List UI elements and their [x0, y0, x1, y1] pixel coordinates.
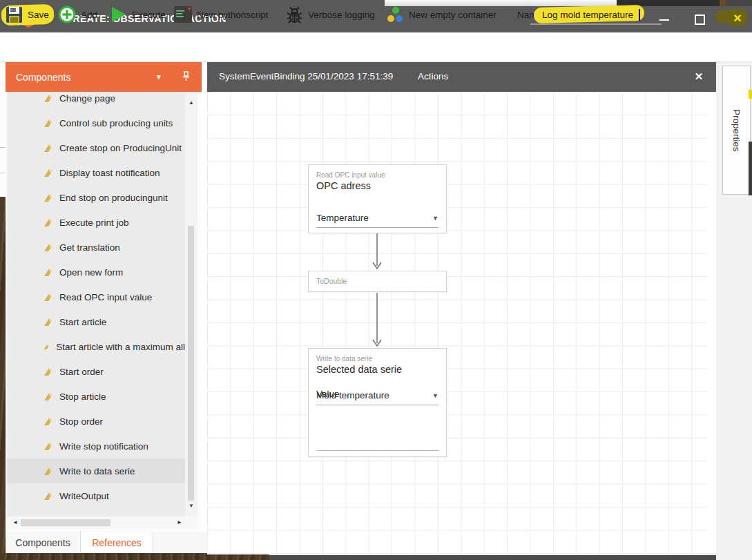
right-edge-artifact	[749, 142, 752, 195]
node-select[interactable]: Mold temperature ▼	[316, 390, 438, 405]
node-caption: ToDouble	[316, 277, 446, 285]
sidebar-item-label: Stop order	[59, 416, 103, 427]
close-tab-icon[interactable]: ✕	[692, 70, 706, 84]
sidebar-item-label: Control sub producing units	[59, 118, 173, 128]
sidebar-item[interactable]: Write to data serie	[7, 458, 185, 483]
sidebar-item[interactable]: Execute print job	[7, 210, 185, 235]
brush-icon	[43, 441, 53, 452]
sidebar-item[interactable]: End stop on producingunit	[7, 185, 185, 210]
pin-icon[interactable]	[182, 71, 191, 84]
scroll-up-icon[interactable]: ▲	[185, 97, 197, 108]
brush-icon	[43, 367, 53, 377]
tab-properties[interactable]: Properties	[722, 66, 751, 195]
add-button[interactable]: Add	[58, 0, 97, 29]
tab-components[interactable]: Components	[6, 532, 80, 553]
sidebar-item[interactable]: Start article with a maximum all	[7, 334, 185, 359]
maximize-button[interactable]	[695, 15, 705, 25]
sidebar-item[interactable]: Control sub producing units	[7, 110, 185, 135]
components-panel-title: Components	[16, 72, 70, 83]
brush-icon	[43, 392, 53, 402]
close-button[interactable]: ✕	[731, 12, 744, 26]
brush-icon	[43, 317, 53, 327]
verbose-logging-label: Verbose logging	[308, 10, 375, 20]
sidebar-item[interactable]: WriteOutput	[7, 483, 185, 508]
brush-icon	[43, 143, 53, 153]
sidebar-item[interactable]: Stop article	[7, 384, 185, 409]
node-title: Selected data serie	[316, 364, 446, 375]
terminal-icon	[174, 6, 192, 23]
name-input-value: Log mold temperature	[542, 10, 633, 20]
sidebar-item-label: Write to data serie	[59, 466, 135, 476]
scroll-left-icon[interactable]: ◄	[10, 516, 21, 529]
value-input[interactable]	[316, 436, 438, 451]
new-empty-container-label: New empty container	[409, 10, 496, 20]
brush-icon	[43, 242, 53, 253]
new-empty-container-button[interactable]: New empty container	[385, 0, 496, 29]
sidebar-item-label: Display toast notification	[59, 168, 160, 178]
execute-button[interactable]: Execute	[109, 0, 166, 29]
horizontal-scrollbar[interactable]: ◄ ►	[7, 516, 197, 529]
scroll-right-icon[interactable]: ►	[174, 516, 185, 529]
name-input[interactable]: Log mold temperature	[542, 0, 640, 29]
add-label: Add	[81, 10, 97, 20]
sidebar-item[interactable]: Display toast notification	[7, 160, 185, 185]
brush-icon	[43, 491, 53, 501]
brush-icon	[43, 93, 53, 104]
sidebar-item[interactable]: Read OPC input value	[7, 284, 185, 309]
save-button[interactable]: Save	[6, 0, 49, 29]
save-label: Save	[28, 10, 49, 20]
sidebar-item[interactable]: Start order	[7, 359, 185, 384]
node-title: OPC adress	[316, 180, 446, 191]
sidebar-item-label: Execute print job	[59, 218, 129, 228]
tab-systemeventbinding[interactable]: SystemEventBinding 25/01/2023 17:51:39	[219, 71, 393, 81]
brush-icon	[43, 267, 53, 278]
vertical-scrollbar-thumb[interactable]	[188, 226, 194, 501]
vertical-scrollbar[interactable]: ▲ ▼	[185, 92, 197, 516]
panel-bottom-tabs: Components References	[6, 532, 207, 553]
components-panel-header[interactable]: Components ▼	[6, 62, 202, 92]
sidebar-item-label: Stop article	[59, 392, 106, 402]
verbose-logging-button[interactable]: Verbose logging	[286, 0, 375, 29]
sidebar-item[interactable]: Change page	[7, 92, 185, 110]
sidebar-item-label: Start article	[59, 317, 106, 327]
node-write-serie[interactable]: Write to data serie Selected data serie …	[308, 348, 447, 457]
tab-actions[interactable]: Actions	[418, 71, 448, 81]
sidebar-item-label: Start article with a maximum all	[56, 342, 185, 352]
node-select[interactable]: Temperature ▼	[316, 213, 438, 228]
tab-references[interactable]: References	[80, 532, 153, 553]
text-caret	[639, 9, 640, 21]
play-icon	[109, 6, 127, 23]
taskbar-edge	[269, 555, 752, 560]
brush-icon	[43, 466, 53, 476]
top-edge-desktop	[720, 0, 726, 6]
brush-icon	[43, 292, 53, 302]
sidebar-item[interactable]: Write stop notification	[7, 434, 185, 458]
top-edge-window2	[726, 0, 752, 6]
sidebar-item[interactable]: Get translation	[7, 235, 185, 260]
node-caption: Write to data serie	[316, 355, 446, 363]
new-pythonscript-button[interactable]: New pythonscript	[174, 0, 269, 29]
sidebar-item-label: WriteOutput	[59, 491, 109, 501]
sidebar-item[interactable]: Start article	[7, 309, 185, 334]
chevron-down-icon[interactable]: ▼	[155, 73, 162, 81]
brush-icon	[43, 118, 53, 128]
container-dots-icon	[385, 6, 404, 23]
components-list: Change pageControl sub producing unitsCr…	[7, 92, 185, 516]
bug-icon	[286, 6, 303, 23]
scroll-down-icon[interactable]: ▼	[185, 501, 197, 512]
execute-label: Execute	[132, 10, 166, 20]
minimize-button[interactable]	[659, 19, 669, 21]
flow-canvas[interactable]: Read OPC input value OPC adress Temperat…	[207, 92, 708, 554]
horizontal-scrollbar-thumb[interactable]	[21, 519, 110, 526]
node-todouble[interactable]: ToDouble	[308, 271, 447, 292]
sidebar-item[interactable]: Open new form	[7, 260, 185, 284]
node-read-opc[interactable]: Read OPC input value OPC adress Temperat…	[308, 164, 447, 233]
sidebar-item[interactable]: Create stop on ProducingUnit	[7, 135, 185, 160]
sidebar-item[interactable]: Stop order	[7, 409, 185, 434]
brush-icon	[43, 218, 53, 228]
add-icon	[58, 6, 76, 23]
save-icon	[6, 6, 23, 23]
sidebar-item-label: Change page	[59, 93, 115, 104]
left-edge-underlying-window	[0, 62, 6, 197]
brush-icon	[43, 168, 53, 178]
